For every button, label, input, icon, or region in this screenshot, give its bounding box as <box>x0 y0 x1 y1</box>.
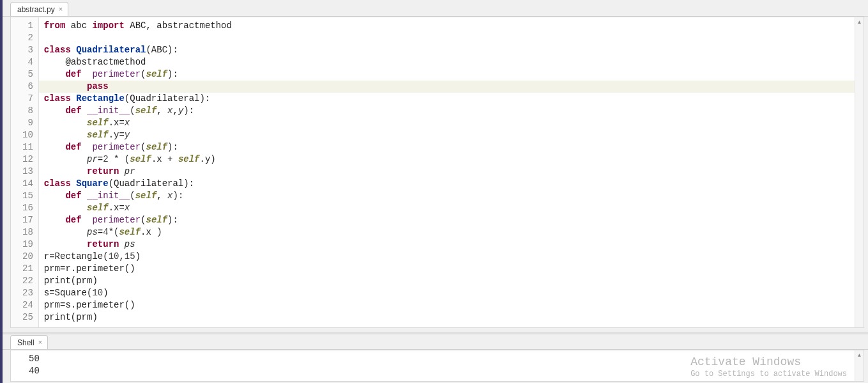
ide-main: abstract.py × 12345678910111213141516171… <box>3 0 868 383</box>
line-number: 6 <box>22 81 33 93</box>
code-line[interactable]: r=Rectangle(10,15) <box>44 251 858 263</box>
code-area[interactable]: from abc import ABC, abstractmethod clas… <box>39 17 864 327</box>
code-line[interactable] <box>44 32 858 44</box>
code-line[interactable]: def __init__(self, x): <box>44 190 858 202</box>
line-number: 20 <box>22 251 33 263</box>
code-line[interactable]: def perimeter(self): <box>44 214 858 226</box>
shell-tab-label: Shell <box>17 338 34 347</box>
line-number: 22 <box>22 275 33 287</box>
line-number: 7 <box>22 93 33 105</box>
code-line[interactable]: def perimeter(self): <box>44 141 858 153</box>
code-line[interactable]: ps=4*(self.x ) <box>44 226 858 238</box>
line-number: 8 <box>22 105 33 117</box>
shell-output[interactable]: 50 40 ▲ Activate Windows Go to Settings … <box>10 350 864 382</box>
code-line[interactable]: def perimeter(self): <box>44 68 858 81</box>
line-number: 14 <box>22 178 33 190</box>
line-number: 19 <box>22 238 33 251</box>
line-number: 21 <box>22 263 33 275</box>
line-number-gutter: 1234567891011121314151617181920212223242… <box>11 17 39 327</box>
shell-scrollbar[interactable]: ▲ <box>855 350 864 381</box>
code-line[interactable]: s=Square(10) <box>44 287 858 299</box>
line-number: 2 <box>22 32 33 44</box>
line-number: 5 <box>22 68 33 81</box>
shell-output-text: 50 40 <box>29 353 858 377</box>
code-line[interactable]: class Square(Quadrilateral): <box>44 178 858 190</box>
code-editor[interactable]: 1234567891011121314151617181920212223242… <box>10 17 864 328</box>
shell-tab[interactable]: Shell × <box>10 335 48 349</box>
code-line[interactable]: @abstractmethod <box>44 56 858 68</box>
line-number: 3 <box>22 44 33 56</box>
line-number: 11 <box>22 141 33 153</box>
line-number: 12 <box>22 153 33 166</box>
code-line[interactable]: def __init__(self, x,y): <box>44 105 858 117</box>
line-number: 13 <box>22 166 33 178</box>
line-number: 1 <box>22 20 33 32</box>
code-line[interactable]: prm=s.perimeter() <box>44 299 858 311</box>
code-line[interactable]: return ps <box>44 238 858 251</box>
code-line[interactable]: prm=r.perimeter() <box>44 263 858 275</box>
line-number: 10 <box>22 129 33 141</box>
editor-tabbar: abstract.py × <box>3 0 868 17</box>
code-line[interactable]: class Rectangle(Quadrilateral): <box>44 93 858 105</box>
line-number: 17 <box>22 214 33 226</box>
code-line[interactable]: from abc import ABC, abstractmethod <box>44 20 858 32</box>
code-line[interactable]: return pr <box>44 166 858 178</box>
code-line[interactable]: print(prm) <box>44 311 858 324</box>
close-icon[interactable]: × <box>59 6 63 13</box>
code-line[interactable]: print(prm) <box>44 275 858 287</box>
line-number: 25 <box>22 311 33 324</box>
line-number: 4 <box>22 56 33 68</box>
code-line[interactable]: class Quadrilateral(ABC): <box>44 44 858 56</box>
shell-tabbar: Shell × <box>3 334 868 350</box>
code-line[interactable]: self.x=x <box>44 117 858 129</box>
code-line[interactable]: pass <box>44 81 858 93</box>
line-number: 24 <box>22 299 33 311</box>
close-icon[interactable]: × <box>38 339 42 346</box>
editor-tab-label: abstract.py <box>17 5 55 14</box>
code-line[interactable]: self.y=y <box>44 129 858 141</box>
line-number: 16 <box>22 202 33 214</box>
editor-tab-abstract[interactable]: abstract.py × <box>10 2 68 16</box>
code-line[interactable]: pr=2 * (self.x + self.y) <box>44 153 858 166</box>
line-number: 23 <box>22 287 33 299</box>
scroll-up-icon[interactable]: ▲ <box>855 350 864 359</box>
line-number: 9 <box>22 117 33 129</box>
code-line[interactable]: self.x=x <box>44 202 858 214</box>
line-number: 18 <box>22 226 33 238</box>
line-number: 15 <box>22 190 33 202</box>
